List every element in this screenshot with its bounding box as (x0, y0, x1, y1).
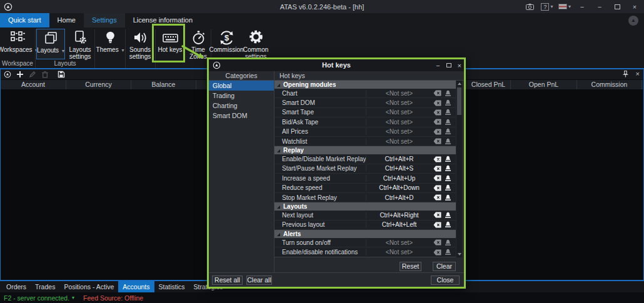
hotkey-row[interactable]: Bid/Ask Tape <Not set> (274, 117, 456, 127)
hotkey-row[interactable]: All Prices <Not set> (274, 127, 456, 137)
bell-icon[interactable] (445, 138, 451, 145)
reset-button[interactable]: Reset (400, 262, 421, 271)
language-button[interactable]: ▾ (558, 1, 571, 12)
hotkey-row[interactable]: Enable/Disable Market Replay Ctrl+Alt+R (274, 154, 456, 164)
bell-icon[interactable] (445, 90, 451, 97)
layouts-settings-button[interactable]: Layouts settings (66, 29, 94, 59)
tab-settings[interactable]: Settings (84, 13, 125, 27)
bottom-tab[interactable]: Statistics (154, 281, 189, 292)
hotkey-value[interactable]: <Not set> (366, 128, 432, 135)
hotkey-row[interactable]: Next layout Ctrl+Alt+Right (274, 211, 456, 220)
bell-icon[interactable] (445, 221, 451, 228)
bell-icon[interactable] (445, 99, 451, 106)
hotkey-row[interactable]: Layouts (274, 202, 456, 211)
category-item[interactable]: Trading (209, 91, 274, 101)
hotkey-value[interactable]: Ctrl+Alt+Left (366, 221, 432, 228)
category-item[interactable]: Global (209, 81, 274, 91)
sounds-settings-button[interactable]: Sounds settings (126, 29, 154, 59)
column-header-currency[interactable]: Currency (66, 80, 131, 89)
collapse-section-icon[interactable] (277, 206, 280, 209)
clear-hotkey-icon[interactable] (433, 185, 441, 191)
clear-hotkey-icon[interactable] (433, 175, 441, 181)
collapse-section-icon[interactable] (277, 84, 280, 87)
bell-icon[interactable] (445, 239, 451, 246)
dialog-scrollbar[interactable] (456, 81, 462, 257)
save-export-button[interactable] (58, 71, 65, 78)
column-header-balance[interactable]: Balance (131, 80, 196, 89)
bell-icon[interactable] (445, 156, 451, 162)
category-item[interactable]: Charting (209, 101, 274, 111)
hotkey-row[interactable]: Alerts (274, 230, 456, 238)
screenshot-button[interactable] (523, 1, 536, 12)
hotkey-value[interactable]: Ctrl+Alt+Up (366, 175, 432, 182)
bell-icon[interactable] (445, 109, 451, 116)
clear-hotkey-icon[interactable] (433, 138, 441, 144)
bell-icon[interactable] (445, 165, 451, 172)
hotkey-value[interactable]: <Not set> (366, 138, 432, 145)
clear-hotkey-icon[interactable] (433, 222, 441, 228)
hotkey-value[interactable]: <Not set> (366, 239, 432, 246)
bottom-tab[interactable]: Orders (2, 281, 31, 292)
hotkey-value[interactable]: Ctrl+Alt+Down (366, 184, 432, 191)
hotkey-row[interactable]: Enable/disable notifications <Not set> (274, 247, 456, 257)
bottom-tab[interactable]: Trades (31, 281, 59, 292)
hotkey-value[interactable]: <Not set> (366, 99, 432, 106)
bell-icon[interactable] (445, 184, 451, 191)
clear-hotkey-icon[interactable] (433, 239, 441, 246)
clear-hotkey-icon[interactable] (433, 109, 441, 116)
bell-icon[interactable] (445, 128, 451, 135)
hotkey-value[interactable]: Ctrl+Alt+D (366, 194, 432, 201)
delete-account-button[interactable] (41, 71, 49, 78)
bottom-tab[interactable]: Positions - Active (59, 281, 118, 292)
clear-hotkey-icon[interactable] (433, 100, 441, 106)
reset-all-button[interactable]: Reset all (212, 276, 243, 285)
connection-status[interactable]: F2 - server connected. (4, 294, 69, 302)
maximize-button[interactable] (610, 1, 624, 12)
clear-hotkey-icon[interactable] (433, 156, 441, 162)
edit-account-button[interactable] (29, 71, 36, 78)
themes-button[interactable]: Themes ▾ (96, 29, 124, 59)
clear-all-button[interactable]: Clear all (246, 276, 272, 285)
tab-home[interactable]: Home (49, 13, 84, 27)
hotkey-value[interactable]: <Not set> (366, 109, 432, 116)
scrollbar-thumb[interactable] (457, 87, 461, 115)
clear-hotkey-icon[interactable] (433, 129, 441, 135)
clear-hotkey-icon[interactable] (433, 194, 441, 201)
close-button[interactable]: × (628, 1, 641, 12)
collapse-section-icon[interactable] (277, 149, 280, 152)
bell-icon[interactable] (445, 212, 451, 219)
collapse-section-icon[interactable] (277, 233, 280, 236)
clear-hotkey-icon[interactable] (433, 166, 441, 172)
chevron-down-icon[interactable]: ▾ (72, 295, 74, 301)
dialog-title-bar[interactable]: Hot keys − × (209, 59, 464, 71)
clear-hotkey-icon[interactable] (433, 90, 441, 96)
hotkey-row[interactable]: Start/Pause Market Replay Ctrl+Alt+S (274, 164, 456, 174)
close-dialog-button[interactable]: Close (431, 276, 460, 285)
hotkey-row[interactable]: Previous layout Ctrl+Alt+Left (274, 221, 456, 230)
collapse-ribbon-button[interactable]: ▲ (628, 16, 638, 26)
common-settings-button[interactable]: Common settings (241, 29, 270, 59)
commission-button[interactable]: $ Commission (211, 29, 241, 59)
hotkey-row[interactable]: Smart DOM <Not set> (274, 98, 456, 107)
column-header-commission[interactable]: Commission (577, 80, 642, 89)
hotkey-row[interactable]: Reduce speed Ctrl+Alt+Down (274, 184, 456, 193)
hotkey-value[interactable]: <Not set> (366, 249, 432, 256)
bell-icon[interactable] (445, 249, 451, 256)
bell-icon[interactable] (445, 119, 451, 126)
minimize-button[interactable]: − (593, 1, 606, 12)
dialog-maximize-button[interactable] (446, 63, 451, 67)
hotkey-row[interactable]: Stop Market Replay Ctrl+Alt+D (274, 193, 456, 202)
hotkey-row[interactable]: Watchlist <Not set> (274, 137, 456, 146)
hotkey-value[interactable]: <Not set> (366, 119, 432, 126)
hotkey-row[interactable]: Replay (274, 146, 456, 154)
hotkey-value[interactable]: Ctrl+Alt+R (366, 156, 432, 162)
column-header-open-pnl[interactable]: Open PnL (511, 80, 577, 89)
tray-minimize-button[interactable]: − (575, 1, 589, 12)
panel-close-button[interactable]: × (636, 70, 640, 77)
scroll-down-icon[interactable] (458, 253, 461, 256)
hotkey-value[interactable]: Ctrl+Alt+S (366, 165, 432, 172)
hotkey-value[interactable]: Ctrl+Alt+Right (366, 212, 432, 219)
scroll-up-icon[interactable] (458, 82, 461, 85)
column-header-closed-pnl[interactable]: Closed PnL (466, 80, 511, 89)
column-header-account[interactable]: Account (1, 80, 66, 89)
